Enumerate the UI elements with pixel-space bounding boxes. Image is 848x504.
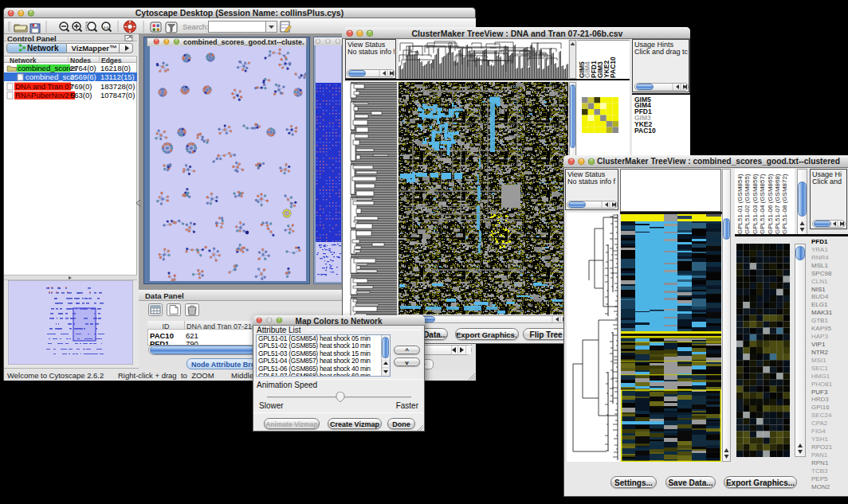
svg-text:KAP95: KAP95 [811, 325, 831, 332]
svg-text:HAP3: HAP3 [811, 333, 828, 340]
svg-text:CPA2: CPA2 [811, 420, 828, 427]
svg-text:2569(6): 2569(6) [70, 72, 96, 81]
svg-text:GPL51-01 (GSM854): GPL51-01 (GSM854) [736, 174, 744, 234]
svg-text:PAC10: PAC10 [609, 57, 617, 78]
svg-text:183728(0): 183728(0) [100, 82, 135, 91]
svg-text:563(0): 563(0) [70, 91, 92, 100]
svg-text:PAN1: PAN1 [811, 451, 828, 459]
svg-text:CLN1: CLN1 [811, 278, 828, 285]
svg-text:GPL51-02 (GSM855): GPL51-02 (GSM855) [744, 174, 751, 234]
svg-text:SPC98: SPC98 [811, 270, 832, 277]
svg-text:GPL51-03 (GSM856): GPL51-03 (GSM856) [752, 174, 759, 234]
svg-text:13112(15): 13112(15) [100, 72, 135, 81]
svg-text:YRA1: YRA1 [811, 246, 828, 253]
svg-text:GPI16: GPI16 [811, 404, 830, 411]
svg-text:MSI1: MSI1 [811, 357, 826, 364]
svg-text:YSH1: YSH1 [811, 436, 828, 443]
svg-text:PAC10: PAC10 [634, 127, 656, 135]
svg-text:16218(0): 16218(0) [100, 64, 131, 72]
svg-text:combined_sco: combined_sco [26, 72, 74, 81]
svg-text:GPL51-04 (GSM857): GPL51-04 (GSM857) [759, 174, 766, 234]
svg-text:DNA and Tran 07: DNA and Tran 07 [15, 82, 73, 91]
svg-text:TCB3: TCB3 [811, 467, 828, 475]
svg-text:2764(0): 2764(0) [70, 64, 96, 72]
svg-text:GPL51-08 (GSM872): GPL51-08 (GSM872) [781, 174, 788, 234]
svg-text:MAK31: MAK31 [811, 309, 833, 316]
svg-text:SEC24: SEC24 [811, 412, 832, 419]
svg-text:PEP5: PEP5 [811, 475, 828, 483]
svg-text:BUD4: BUD4 [811, 293, 829, 300]
svg-text:PFD1: PFD1 [811, 238, 828, 245]
svg-text:GPL51-07 (GSM868): GPL51-07 (GSM868) [774, 174, 781, 234]
svg-text:769(0): 769(0) [70, 82, 92, 91]
svg-text:RPO21: RPO21 [811, 443, 833, 451]
svg-text:HMG1: HMG1 [811, 373, 830, 380]
svg-text:GPL51-06 (GSM865): GPL51-06 (GSM865) [767, 174, 774, 234]
svg-text:MSL1: MSL1 [811, 262, 828, 269]
svg-text:NIS1: NIS1 [811, 286, 826, 293]
svg-text:NTR2: NTR2 [811, 349, 828, 356]
svg-text:MON2: MON2 [811, 483, 830, 490]
svg-text:HRD3: HRD3 [811, 396, 829, 403]
svg-text:GTB1: GTB1 [811, 317, 828, 324]
svg-text:ELG1: ELG1 [811, 301, 828, 308]
svg-text:PHO81: PHO81 [811, 381, 833, 388]
svg-text:combined_scores: combined_scores [18, 64, 77, 72]
svg-text:PUF3: PUF3 [811, 389, 828, 396]
svg-text:SEC1: SEC1 [811, 365, 828, 372]
svg-text:RNR4: RNR4 [811, 254, 829, 261]
svg-text:1:1: 1:1 [104, 25, 109, 29]
svg-text:VIP1: VIP1 [811, 341, 826, 348]
svg-text:RNAPuberNov2+!: RNAPuberNov2+! [15, 91, 76, 100]
svg-text:FIG4: FIG4 [811, 428, 826, 435]
svg-text:RPN1: RPN1 [811, 459, 829, 467]
svg-text:Search:: Search: [183, 22, 209, 31]
svg-text:107847(0): 107847(0) [100, 91, 135, 100]
